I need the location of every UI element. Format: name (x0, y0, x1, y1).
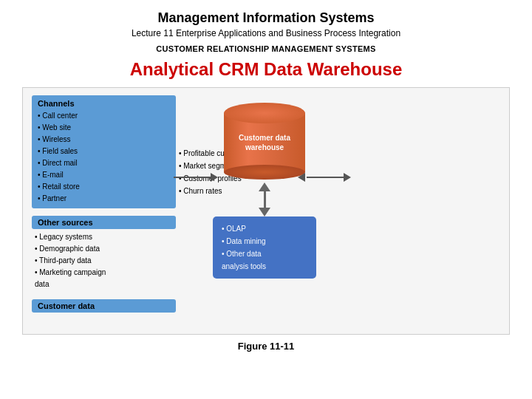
subtitle: Lecture 11 Enterprise Applications and B… (132, 27, 400, 40)
other-source-item: • Demographic data (35, 243, 176, 255)
cylinder-bottom (224, 165, 305, 180)
other-sources-header: Other sources (32, 216, 176, 229)
channels-box: Channels • Call center • Web site • Wire… (32, 95, 176, 208)
center-panel: Customer datawarehouse • OLAP • Data min… (213, 103, 316, 279)
cylinder-label: Customer datawarehouse (231, 133, 298, 152)
other-source-item: • Marketing campaign (35, 267, 176, 279)
crm-title: Analytical CRM Data Warehouse (130, 59, 403, 80)
arrow-line (307, 177, 344, 178)
arrow-down (259, 183, 270, 216)
channel-item: • E-mail (38, 169, 170, 181)
diagram: Channels • Call center • Web site • Wire… (22, 87, 510, 335)
channel-item: • Call center (38, 110, 170, 122)
other-sources-box: Other sources • Legacy systems • Demogra… (32, 216, 176, 290)
arrow-line (174, 177, 211, 178)
arrow-head-left (298, 173, 305, 182)
diagram-inner: Channels • Call center • Web site • Wire… (32, 95, 500, 327)
other-sources-list: • Legacy systems • Demographic data • Th… (32, 231, 176, 290)
page-title: Management Information Systems (157, 10, 374, 26)
arrow-shaft (264, 191, 266, 208)
arrow-down-head (259, 208, 270, 216)
arrow-center-to-right (296, 173, 351, 182)
channels-header: Channels (38, 99, 170, 108)
channel-item: • Partner (38, 193, 170, 205)
section-label: CUSTOMER RELATIONSHIP MANAGEMENT SYSTEMS (156, 44, 375, 53)
figure-label: Figure 11-11 (238, 341, 295, 352)
other-source-item: data (35, 279, 176, 290)
analysis-list: • OLAP • Data mining • Other data analys… (222, 222, 307, 273)
channels-list: • Call center • Web site • Wireless • Fi… (38, 110, 170, 205)
analysis-box: • OLAP • Data mining • Other data analys… (213, 216, 316, 279)
customer-data-label: Customer data (32, 299, 176, 313)
left-panel: Channels • Call center • Web site • Wire… (32, 95, 176, 327)
channel-item: • Direct mail (38, 157, 170, 169)
page: Management Information Systems Lecture 1… (0, 0, 532, 399)
channel-item: • Field sales (38, 146, 170, 157)
analysis-item: • OLAP (222, 222, 307, 235)
other-source-item: • Third-party data (35, 255, 176, 267)
arrow-head (211, 173, 218, 182)
analysis-item: • Data mining (222, 235, 307, 248)
other-source-item: • Legacy systems (35, 231, 176, 243)
channel-item: • Retail store (38, 181, 170, 193)
analysis-item: analysis tools (222, 260, 307, 273)
cylinder: Customer datawarehouse (224, 103, 305, 180)
channel-item: • Wireless (38, 134, 170, 146)
cylinder-top (224, 103, 305, 123)
arrow-left-to-center (174, 173, 218, 182)
arrow-up-head (259, 183, 270, 191)
arrow-head-right (344, 173, 351, 182)
analysis-item: • Other data (222, 248, 307, 260)
channel-item: • Web site (38, 122, 170, 134)
